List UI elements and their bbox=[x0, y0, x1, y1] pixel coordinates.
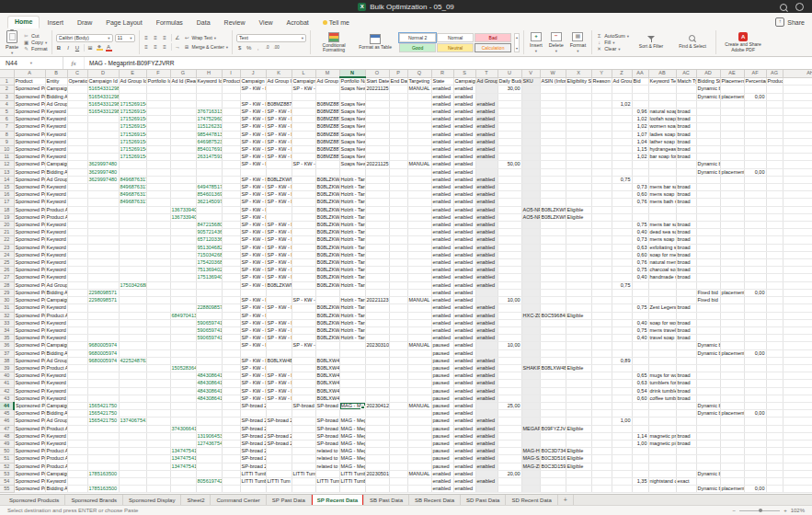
grid-cell[interactable] bbox=[475, 297, 497, 304]
grid-cell[interactable]: enabled bbox=[475, 281, 497, 289]
grid-cell[interactable]: broad bbox=[676, 387, 696, 395]
grid-cell[interactable] bbox=[407, 357, 431, 364]
grid-cell[interactable]: Eligible bbox=[566, 425, 591, 432]
grid-cell[interactable] bbox=[67, 349, 87, 357]
grid-cell[interactable]: enabled bbox=[475, 267, 497, 274]
grid-cell[interactable]: 1,02 bbox=[632, 123, 648, 131]
grid-cell[interactable] bbox=[315, 410, 339, 418]
grid-cell[interactable] bbox=[676, 86, 696, 93]
grid-cell[interactable]: Sponsored Products bbox=[14, 154, 45, 161]
grid-cell[interactable] bbox=[240, 289, 266, 296]
grid-cell[interactable]: SP - KW - Broad bbox=[266, 236, 292, 244]
grid-cell[interactable] bbox=[407, 236, 431, 244]
grid-cell[interactable] bbox=[497, 222, 521, 229]
grid-cell[interactable] bbox=[591, 259, 612, 267]
grid-cell[interactable] bbox=[566, 477, 591, 485]
grid-cell[interactable] bbox=[292, 146, 315, 154]
grid-cell[interactable] bbox=[566, 154, 591, 161]
grid-cell[interactable] bbox=[67, 380, 87, 387]
grid-cell[interactable] bbox=[119, 402, 146, 409]
column-header-H[interactable]: H bbox=[196, 70, 222, 77]
grid-cell[interactable] bbox=[146, 357, 170, 364]
grid-cell[interactable]: 0,40 bbox=[632, 229, 648, 236]
grid-cell[interactable] bbox=[720, 161, 744, 168]
grid-cell[interactable] bbox=[566, 244, 591, 251]
grid-cell[interactable]: LITTI Tumbler 30 bbox=[240, 477, 266, 485]
grid-cell[interactable] bbox=[475, 342, 497, 349]
grid-cell[interactable]: paused bbox=[431, 448, 453, 455]
grid-cell[interactable] bbox=[591, 168, 612, 176]
grid-cell[interactable] bbox=[497, 100, 521, 108]
grid-cell[interactable] bbox=[521, 100, 540, 108]
grid-cell[interactable] bbox=[612, 206, 632, 213]
grid-cell[interactable]: paused bbox=[431, 440, 453, 447]
grid-cell[interactable]: 9057214368 bbox=[196, 229, 222, 236]
grid-cell[interactable]: Dynamic bids - down only bbox=[696, 410, 720, 418]
grid-cell[interactable] bbox=[744, 342, 766, 349]
grid-cell[interactable] bbox=[521, 251, 540, 258]
grid-cell[interactable] bbox=[475, 349, 497, 357]
grid-cell[interactable] bbox=[222, 418, 240, 425]
grid-cell[interactable] bbox=[222, 448, 240, 455]
number-format-select[interactable]: Text▾ bbox=[236, 34, 306, 42]
grid-cell[interactable] bbox=[696, 244, 720, 251]
column-header-B[interactable]: B bbox=[45, 70, 67, 77]
grid-cell[interactable]: Ad Group bbox=[45, 418, 67, 425]
grid-cell[interactable]: coffee tumbler bbox=[648, 395, 676, 402]
grid-cell[interactable] bbox=[591, 304, 612, 312]
grid-cell[interactable] bbox=[67, 251, 87, 258]
grid-cell[interactable]: Product Targeting Id bbox=[222, 77, 240, 86]
grid-cell[interactable] bbox=[766, 100, 783, 108]
grid-cell[interactable] bbox=[612, 213, 632, 221]
grid-cell[interactable]: SP - KW - Broad bbox=[240, 259, 266, 267]
grid-cell[interactable] bbox=[87, 304, 119, 312]
row-header[interactable]: 11 bbox=[0, 154, 14, 161]
grid-cell[interactable]: ladies soap bbox=[648, 131, 676, 138]
grid-cell[interactable] bbox=[339, 168, 365, 176]
grid-cell[interactable]: Sponsored Products bbox=[14, 448, 45, 455]
grid-cell[interactable]: 1319064531 bbox=[196, 432, 222, 440]
grid-cell[interactable] bbox=[365, 93, 389, 100]
grid-cell[interactable] bbox=[87, 448, 119, 455]
grid-cell[interactable]: Campaign Id bbox=[87, 77, 119, 86]
column-header-R[interactable]: R bbox=[431, 70, 453, 77]
grid-cell[interactable] bbox=[540, 131, 566, 138]
grid-cell[interactable]: enabled bbox=[475, 116, 497, 123]
grid-cell[interactable]: SP - KW - Broad bbox=[266, 146, 292, 154]
grid-cell[interactable] bbox=[591, 146, 612, 154]
grid-cell[interactable]: women soap bbox=[648, 123, 676, 131]
grid-cell[interactable]: SP-broad 2 - bbox=[240, 418, 266, 425]
grid-cell[interactable] bbox=[540, 357, 566, 364]
grid-cell[interactable]: Soaps New-Life bbox=[339, 123, 365, 131]
grid-cell[interactable] bbox=[292, 289, 315, 296]
grid-cell[interactable] bbox=[146, 410, 170, 418]
grid-cell[interactable]: broad bbox=[676, 274, 696, 281]
grid-cell[interactable]: 1747529605 bbox=[196, 116, 222, 123]
row-header[interactable]: 23 bbox=[0, 244, 14, 251]
grid-cell[interactable]: Dynamic bids - down only bbox=[696, 93, 720, 100]
grid-cell[interactable] bbox=[783, 418, 812, 425]
grid-cell[interactable] bbox=[389, 463, 407, 470]
row-header[interactable]: 52 bbox=[0, 463, 14, 470]
grid-cell[interactable]: Fixed bid bbox=[696, 297, 720, 304]
grid-cell[interactable] bbox=[365, 146, 389, 154]
grid-cell[interactable] bbox=[365, 380, 389, 387]
grid-cell[interactable]: 4843086417 bbox=[196, 387, 222, 395]
column-header-W[interactable]: W bbox=[540, 70, 566, 77]
grid-cell[interactable] bbox=[720, 432, 744, 440]
grid-cell[interactable]: Keyword bbox=[45, 267, 67, 274]
grid-cell[interactable] bbox=[783, 109, 812, 116]
grid-cell[interactable] bbox=[521, 236, 540, 244]
grid-cell[interactable] bbox=[222, 131, 240, 138]
grid-cell[interactable] bbox=[676, 357, 696, 364]
grid-cell[interactable]: B08LZKWNF- bbox=[315, 184, 339, 191]
grid-cell[interactable]: 0,60 bbox=[632, 251, 648, 258]
grid-cell[interactable]: enabled bbox=[431, 222, 453, 229]
grid-cell[interactable] bbox=[315, 161, 339, 168]
grid-cell[interactable] bbox=[146, 116, 170, 123]
grid-cell[interactable]: B08MZ887-1 bbox=[315, 100, 339, 108]
grid-cell[interactable] bbox=[720, 176, 744, 183]
grid-cell[interactable] bbox=[766, 372, 783, 380]
grid-cell[interactable] bbox=[389, 229, 407, 236]
grid-cell[interactable] bbox=[67, 244, 87, 251]
